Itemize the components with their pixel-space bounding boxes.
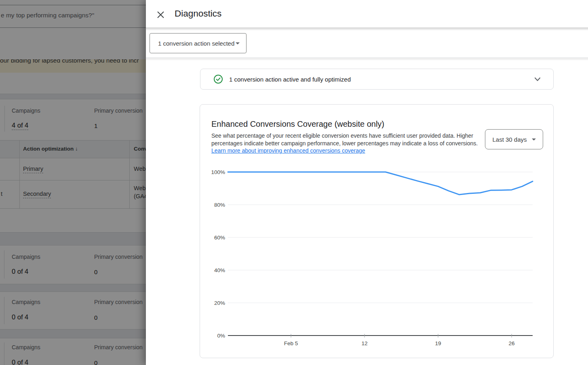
status-card[interactable]: 1 conversion action active and fully opt… <box>200 69 554 90</box>
conversion-action-dropdown[interactable]: 1 conversion action selected <box>150 33 247 53</box>
diagnostics-panel: Diagnostics 1 conversion action selected… <box>146 0 588 365</box>
svg-text:40%: 40% <box>214 267 225 273</box>
coverage-line-chart: 0%20%40%60%80%100%Feb 5121926 <box>200 162 554 356</box>
close-icon <box>157 11 164 18</box>
panel-header: Diagnostics <box>146 0 588 27</box>
svg-text:Feb 5: Feb 5 <box>284 340 298 346</box>
caret-down-icon <box>532 138 536 141</box>
filter-bar: 1 conversion action selected <box>146 27 588 58</box>
coverage-card-title: Enhanced Conversions Coverage (website o… <box>211 120 384 129</box>
expand-section-button[interactable] <box>533 75 542 84</box>
svg-text:100%: 100% <box>211 169 225 175</box>
caret-down-icon <box>236 42 240 44</box>
svg-text:12: 12 <box>361 340 367 346</box>
svg-text:0%: 0% <box>217 333 225 339</box>
date-range-label: Last 30 days <box>492 136 527 143</box>
filter-bar-shadow <box>146 58 588 61</box>
learn-more-link[interactable]: Learn more about improving enhanced conv… <box>211 147 365 154</box>
coverage-card-description: See what percentage of your recent eligi… <box>211 132 478 155</box>
conversion-action-dropdown-label: 1 conversion action selected <box>158 40 234 47</box>
svg-text:26: 26 <box>508 340 514 346</box>
coverage-description-text: See what percentage of your recent eligi… <box>211 132 478 147</box>
svg-text:80%: 80% <box>214 202 225 208</box>
status-text: 1 conversion action active and fully opt… <box>229 76 351 83</box>
coverage-card: Enhanced Conversions Coverage (website o… <box>200 104 554 358</box>
svg-text:60%: 60% <box>214 235 225 241</box>
close-button[interactable] <box>153 7 168 22</box>
screen: e my top performing campaigns?" our bidd… <box>0 0 588 365</box>
svg-text:20%: 20% <box>214 300 225 306</box>
chevron-down-icon <box>533 75 542 84</box>
svg-text:19: 19 <box>435 340 441 346</box>
panel-title: Diagnostics <box>175 8 221 19</box>
date-range-select[interactable]: Last 30 days <box>485 129 543 149</box>
check-circle-icon <box>213 74 223 84</box>
